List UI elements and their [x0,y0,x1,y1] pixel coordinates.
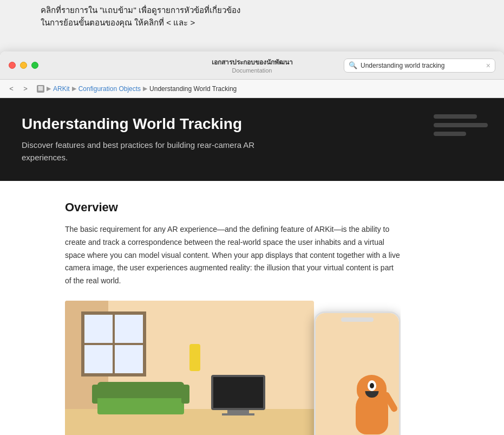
room-background [65,301,314,435]
minimize-button[interactable] [20,62,27,69]
monster-head [357,375,387,402]
search-clear-button[interactable]: × [486,61,490,70]
monster-eye [368,380,376,391]
sofa [97,382,184,414]
hero-title: Understanding World Tracking [22,115,482,133]
deco-line-3 [434,132,466,136]
overview-paragraph: The basic requirement for any AR experie… [65,223,401,288]
title-bar: เอกสารประกอบของนักพัฒนา Documentation 🔍 … [0,51,504,80]
room-window [81,311,146,376]
breadcrumb-sep-0: ▶ [47,85,51,92]
breadcrumb-sep-1: ▶ [72,85,76,92]
window-subtitle: Documentation [212,67,293,74]
back-button[interactable]: < [5,83,17,95]
traffic-lights [9,62,38,69]
toolbar: < > ⬜ ▶ ARKit ▶ Configuration Objects ▶ … [0,80,504,98]
maximize-button[interactable] [31,62,38,69]
window-title: เอกสารประกอบของนักพัฒนา [212,57,293,67]
monster-mouth [365,391,378,398]
breadcrumb-current: Understanding World Tracking [149,85,237,93]
breadcrumb: ⬜ ▶ ARKit ▶ Configuration Objects ▶ Unde… [37,85,237,93]
hero-text: Understanding World Tracking Discover fe… [22,115,482,164]
breadcrumb-doc-icon: ⬜ [37,85,44,93]
sofa-back [97,382,184,398]
hero-subtitle: Discover features and best practices for… [22,139,292,164]
window-frame-v [113,315,115,373]
search-bar[interactable]: 🔍 × [344,59,495,73]
sofa-seat [97,398,184,414]
article-body: Overview The basic requirement for any A… [0,181,466,435]
breadcrumb-sep-2: ▶ [143,85,147,92]
annotation-line1: คลิกที่รายการใน "แถบข้าม" เพื่อดูรายการห… [41,4,240,17]
lamp [189,344,200,371]
search-icon: 🔍 [349,61,357,69]
illustration [65,301,401,435]
breadcrumb-arkit[interactable]: ARKit [53,85,70,93]
annotation-line2: ในการย้อนขั้นตอนของคุณ ให้คลิกที่ < และ … [41,17,240,29]
overview-title: Overview [65,200,401,215]
hero-decoration [434,114,488,136]
tv-stand [206,375,271,415]
deco-line-2 [434,123,488,127]
phone-notch [341,317,374,322]
phone-screen [316,313,399,435]
forward-button[interactable]: > [19,83,31,95]
tooltip-annotation: คลิกที่รายการใน "แถบข้าม" เพื่อดูรายการห… [41,4,240,29]
sofa-arm-right [181,385,189,404]
close-button[interactable] [9,62,16,69]
search-input[interactable] [361,62,483,69]
hero-section: Understanding World Tracking Discover fe… [0,98,504,181]
app-window: เอกสารประกอบของนักพัฒนา Documentation 🔍 … [0,51,504,435]
monster-character [350,375,394,435]
monster-pupil [370,383,374,388]
breadcrumb-config-objects[interactable]: Configuration Objects [78,85,141,93]
deco-line-1 [434,114,477,119]
phone-overlay [314,311,401,435]
main-content[interactable]: Understanding World Tracking Discover fe… [0,98,504,435]
tv-leg [222,413,254,415]
window-title-area: เอกสารประกอบของนักพัฒนา Documentation [212,57,293,74]
tv-screen [211,375,265,410]
